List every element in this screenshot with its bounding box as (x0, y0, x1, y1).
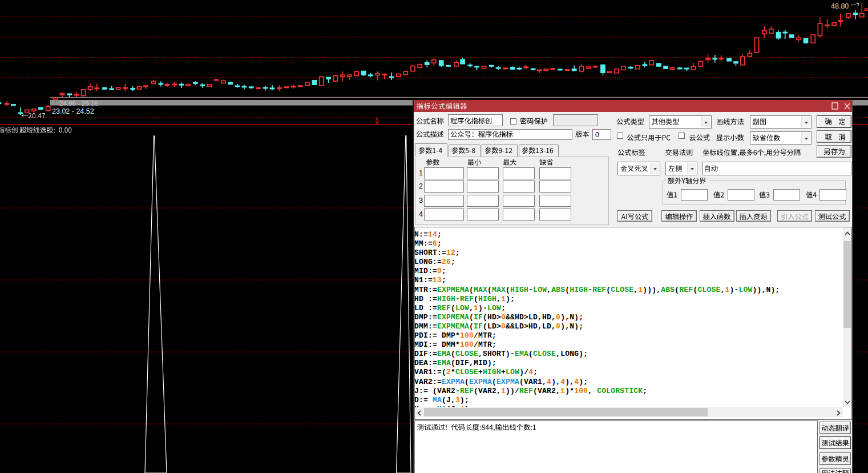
svg-text:S: S (375, 119, 378, 125)
